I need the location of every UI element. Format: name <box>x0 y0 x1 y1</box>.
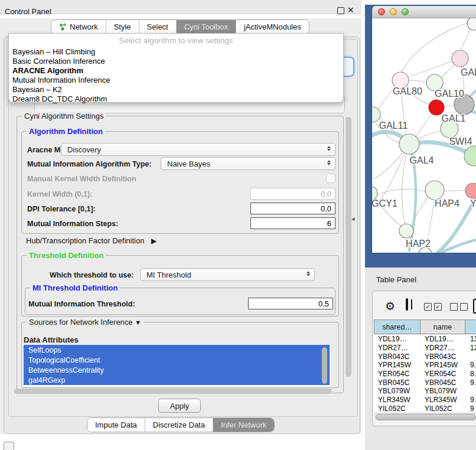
control-panel-tabbar: Network Style Select Cyni Toolbox jActiv… <box>51 19 309 34</box>
menu-item[interactable]: Bayesian – Hill Climbing <box>12 47 340 56</box>
kernel-width-label: Kernel Width (0,1): <box>27 190 92 198</box>
node-label: GAL10 <box>435 89 464 99</box>
menu-item[interactable]: Dream8 DC_TDC Algorithm <box>12 94 340 103</box>
kernel-width-value: 0.0 <box>321 190 331 198</box>
close-traffic-light-icon[interactable] <box>378 8 385 15</box>
minimized-panel-icon[interactable] <box>4 442 14 450</box>
node-gal4[interactable] <box>399 134 419 154</box>
unchecked-checkbox-icon[interactable] <box>450 303 458 311</box>
node-gal-clipped[interactable] <box>452 50 468 67</box>
manual-kernel-checkbox[interactable] <box>326 174 335 183</box>
mi-threshold-value: 0.5 <box>318 299 329 308</box>
zoom-traffic-light-icon[interactable] <box>402 8 409 15</box>
tab-jactivemnodules[interactable]: jActiveMNodules <box>236 20 309 34</box>
cell: YIL052C <box>374 405 420 413</box>
tab-style[interactable]: Style <box>106 20 139 34</box>
minimize-traffic-light-icon[interactable] <box>390 8 397 15</box>
tab-style-label: Style <box>114 22 131 31</box>
list-item[interactable]: BetweennessCentrality <box>24 365 330 375</box>
gear-icon[interactable]: ⚙ <box>385 301 395 312</box>
menu-item[interactable]: Bayesian – K2 <box>12 84 340 94</box>
unchecked-checkbox-icon[interactable] <box>460 303 468 311</box>
mi-steps-field[interactable]: 6 <box>250 217 335 229</box>
column-header-name[interactable]: name <box>420 319 465 334</box>
tab-discretize-data[interactable]: Discretize Data <box>145 418 213 432</box>
column-header-clipped[interactable] <box>465 319 476 334</box>
which-threshold-combo[interactable]: MI Threshold <box>140 268 315 281</box>
table-row[interactable]: YDR27… YDR27… 12 <box>374 344 476 353</box>
column-header-shared[interactable]: shared… <box>374 319 420 334</box>
dpi-tolerance-label: DPI Tolerance [0,1]: <box>27 205 96 213</box>
table-body: YDL19… YDL19… 13 YDR27… YDR27… 12 YBR043… <box>374 335 476 413</box>
which-threshold-value: MI Threshold <box>146 270 191 279</box>
menu-item[interactable]: Mutual Information Inference <box>12 75 340 84</box>
table-row[interactable]: YBR043C YBR043C <box>374 352 476 361</box>
list-item[interactable]: gal4RGexp <box>24 375 330 385</box>
dpi-tolerance-field[interactable]: 0.0 <box>250 203 335 214</box>
cell: 8. <box>465 370 476 378</box>
node-hap2[interactable] <box>399 224 413 238</box>
tab-cyni-toolbox[interactable]: Cyni Toolbox <box>177 20 236 34</box>
table-row[interactable]: YLR345W YLR345W 9. <box>374 396 476 405</box>
table-row[interactable]: YDL19… YDL19… 13 <box>374 335 476 344</box>
apply-button[interactable]: Apply <box>158 399 201 413</box>
close-icon[interactable]: ✕ <box>347 6 354 14</box>
node-label: Y <box>470 198 476 208</box>
table-row[interactable]: YPR145W YPR145W 9. <box>374 361 476 370</box>
network-view-window: GAL GAL80 GAL10 GAL1 GAL11 SWI4 GAL4 GCY… <box>372 6 476 253</box>
document-icon[interactable] <box>473 299 476 314</box>
cell: YBL079W <box>420 387 465 395</box>
cell: YER054C <box>420 370 465 378</box>
checked-checkbox-icon[interactable]: ✓ <box>434 303 442 311</box>
cyni-algorithm-settings-title: Cyni Algorithm Settings <box>22 112 106 120</box>
aracne-mode-value: Discovery <box>67 145 101 154</box>
node-hap4[interactable] <box>425 181 444 200</box>
table-row[interactable]: YER054C YER054C 8. <box>374 370 476 379</box>
divider-arrow-icon[interactable]: ◂ <box>351 215 355 223</box>
table-hscrollbar-thumb[interactable] <box>376 414 476 420</box>
which-threshold-label: Which threshold to use: <box>50 271 133 279</box>
apply-button-label: Apply <box>170 402 190 410</box>
table-window: ⚙ ✓ ✓ shared… name YDL19… YDL19… 13 YDR2… <box>372 291 476 426</box>
table-hscrollbar-track[interactable] <box>374 413 476 421</box>
dropdown-items: Bayesian – Hill Climbing Basic Correlati… <box>12 47 340 103</box>
mi-threshold-field[interactable]: 0.5 <box>248 298 333 309</box>
list-vscrollbar[interactable] <box>322 347 327 384</box>
network-canvas[interactable]: GAL GAL80 GAL10 GAL1 GAL11 SWI4 GAL4 GCY… <box>372 18 476 253</box>
tab-impute-data[interactable]: Impute Data <box>87 418 145 432</box>
float-window-icon[interactable] <box>337 7 344 14</box>
network-window-titlebar[interactable] <box>372 6 476 18</box>
settings-hscrollbar[interactable] <box>14 389 332 394</box>
node-salmon[interactable] <box>465 183 476 198</box>
settings-vscrollbar[interactable] <box>345 117 351 377</box>
control-panel-titlebar <box>0 0 361 14</box>
attr-gal4rgexp: gal4RGexp <box>28 376 66 384</box>
cell: YDL19… <box>420 335 465 343</box>
sources-group-title[interactable]: Sources for Network Inference ▼ <box>27 318 144 327</box>
cell: 9. <box>465 379 476 387</box>
node-label: SWI4 <box>449 136 472 146</box>
tab-network[interactable]: Network <box>51 20 106 34</box>
cell: YBL079W <box>374 387 420 395</box>
mi-type-combo[interactable]: Naive Bayes <box>161 157 335 170</box>
checked-checkbox-icon[interactable]: ✓ <box>424 303 432 311</box>
node[interactable] <box>467 18 476 30</box>
tab-select[interactable]: Select <box>139 20 177 34</box>
menu-item[interactable]: Basic Correlation Inference <box>12 56 340 66</box>
hub-definition-toggle[interactable]: Hub/Transcription Factor Definition ▶ <box>26 236 157 245</box>
node-green-clipped[interactable] <box>464 146 476 166</box>
cell: YDR27… <box>374 344 420 352</box>
tab-infer-network[interactable]: Infer Network <box>213 418 274 432</box>
split-columns-icon[interactable] <box>406 298 408 311</box>
table-row[interactable]: YBL079W YBL079W <box>374 387 476 396</box>
aracne-mode-combo[interactable]: Discovery <box>61 143 335 156</box>
list-item[interactable]: TopologicalCoefficient <box>24 355 330 365</box>
item-basic-correlation: Basic Correlation Inference <box>12 57 105 66</box>
data-attributes-list: SelfLoops TopologicalCoefficient Between… <box>24 345 330 387</box>
menu-item[interactable]: ARACNE Algorithm <box>12 66 340 75</box>
attr-selfloops: SelfLoops <box>28 346 61 354</box>
list-item[interactable]: SelfLoops <box>24 345 330 355</box>
kernel-width-field[interactable]: 0.0 <box>250 188 335 200</box>
table-row[interactable]: YBR045C YBR045C 9. <box>374 378 476 387</box>
table-row[interactable]: YIL052C YIL052C 9 <box>374 405 476 413</box>
